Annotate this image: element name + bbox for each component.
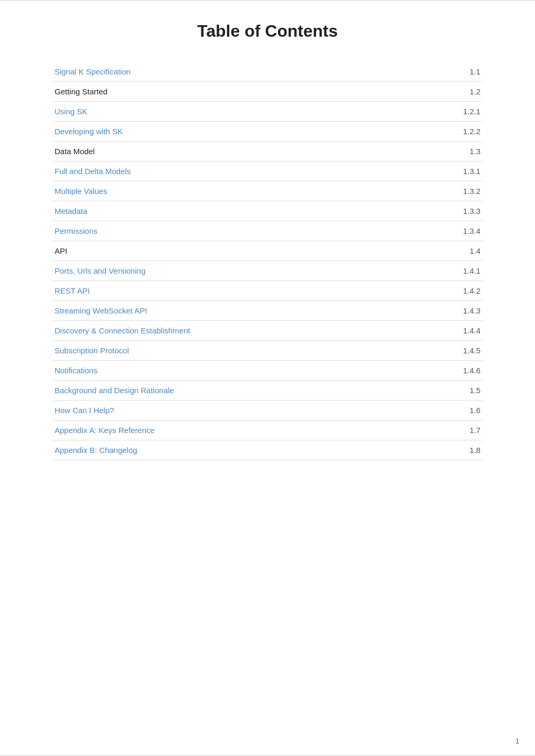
toc-number: 1.2 bbox=[425, 82, 483, 102]
toc-number: 1.7 bbox=[425, 420, 483, 440]
toc-label[interactable]: Ports, Urls and Versioning bbox=[52, 261, 425, 281]
toc-number: 1.4 bbox=[425, 241, 483, 261]
toc-label[interactable]: Discovery & Connection Establishment bbox=[52, 321, 425, 341]
toc-number: 1.4.5 bbox=[425, 341, 483, 361]
toc-row: Notifications1.4.6 bbox=[52, 361, 483, 381]
toc-label: Getting Started bbox=[52, 82, 425, 102]
toc-label[interactable]: Multiple Values bbox=[52, 181, 425, 201]
toc-number: 1.2.2 bbox=[425, 122, 483, 142]
toc-row: Full and Delta Models1.3.1 bbox=[52, 161, 483, 181]
toc-row: Discovery & Connection Establishment1.4.… bbox=[52, 321, 483, 341]
toc-number: 1.2.1 bbox=[425, 102, 483, 122]
toc-number: 1.4.2 bbox=[425, 281, 483, 301]
toc-label[interactable]: How Can I Help? bbox=[52, 401, 425, 420]
toc-label[interactable]: Full and Delta Models bbox=[52, 161, 425, 181]
toc-row: Appendix A: Keys Reference1.7 bbox=[52, 420, 483, 440]
toc-row: API1.4 bbox=[52, 241, 483, 261]
toc-number: 1.1 bbox=[425, 62, 483, 82]
toc-row: Signal K Specification1.1 bbox=[52, 62, 483, 82]
toc-number: 1.4.6 bbox=[425, 361, 483, 381]
toc-number: 1.3.4 bbox=[425, 221, 483, 241]
toc-row: Using SK1.2.1 bbox=[52, 102, 483, 122]
toc-row: Getting Started1.2 bbox=[52, 82, 483, 102]
toc-label: API bbox=[52, 241, 425, 261]
toc-row: Streaming WebSocket API1.4.3 bbox=[52, 301, 483, 321]
toc-row: Data Model1.3 bbox=[52, 142, 483, 161]
toc-row: Metadata1.3.3 bbox=[52, 201, 483, 221]
toc-label[interactable]: Appendix B: Changelog bbox=[52, 440, 425, 460]
toc-row: Background and Design Rationale1.5 bbox=[52, 381, 483, 401]
toc-number: 1.6 bbox=[425, 401, 483, 420]
toc-label[interactable]: Streaming WebSocket API bbox=[52, 301, 425, 321]
toc-label: Data Model bbox=[52, 142, 425, 161]
toc-row: How Can I Help?1.6 bbox=[52, 401, 483, 420]
toc-number: 1.4.3 bbox=[425, 301, 483, 321]
toc-row: Multiple Values1.3.2 bbox=[52, 181, 483, 201]
toc-number: 1.3.1 bbox=[425, 161, 483, 181]
toc-label[interactable]: Notifications bbox=[52, 361, 425, 381]
toc-row: Subscription Protocol1.4.5 bbox=[52, 341, 483, 361]
toc-label[interactable]: Subscription Protocol bbox=[52, 341, 425, 361]
toc-label[interactable]: Using SK bbox=[52, 102, 425, 122]
toc-number: 1.3 bbox=[425, 142, 483, 161]
toc-number: 1.8 bbox=[425, 440, 483, 460]
toc-label[interactable]: Metadata bbox=[52, 201, 425, 221]
toc-label[interactable]: Signal K Specification bbox=[52, 62, 425, 82]
toc-label[interactable]: Appendix A: Keys Reference bbox=[52, 420, 425, 440]
toc-number: 1.5 bbox=[425, 381, 483, 401]
page-number: 1 bbox=[516, 737, 519, 745]
toc-number: 1.4.1 bbox=[425, 261, 483, 281]
toc-number: 1.3.3 bbox=[425, 201, 483, 221]
toc-number: 1.4.4 bbox=[425, 321, 483, 341]
toc-label[interactable]: Developing with SK bbox=[52, 122, 425, 142]
toc-row: REST API1.4.2 bbox=[52, 281, 483, 301]
toc-label[interactable]: Permissions bbox=[52, 221, 425, 241]
toc-row: Appendix B: Changelog1.8 bbox=[52, 440, 483, 460]
page-container: Table of Contents Signal K Specification… bbox=[0, 0, 535, 756]
toc-number: 1.3.2 bbox=[425, 181, 483, 201]
toc-label[interactable]: REST API bbox=[52, 281, 425, 301]
toc-row: Permissions1.3.4 bbox=[52, 221, 483, 241]
toc-table: Signal K Specification1.1Getting Started… bbox=[52, 62, 483, 460]
toc-label[interactable]: Background and Design Rationale bbox=[52, 381, 425, 401]
toc-row: Ports, Urls and Versioning1.4.1 bbox=[52, 261, 483, 281]
toc-row: Developing with SK1.2.2 bbox=[52, 122, 483, 142]
page-title: Table of Contents bbox=[52, 21, 483, 41]
